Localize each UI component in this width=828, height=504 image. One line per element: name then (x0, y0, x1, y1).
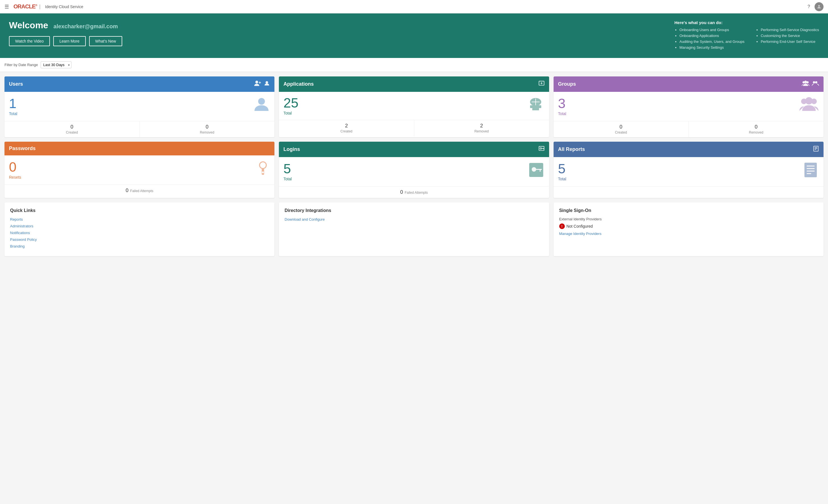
welcome-title: Welcome alexcharker@gmail.com (9, 20, 122, 31)
passwords-total-label: Resets (9, 175, 21, 180)
whats-new-button[interactable]: What's New (89, 36, 122, 46)
password-policy-link[interactable]: Password Policy (10, 237, 37, 242)
filter-label: Filter by Date Range (4, 63, 38, 67)
group-add-icon[interactable] (812, 80, 819, 88)
users-card[interactable]: Users (4, 77, 275, 137)
welcome-right: Here's what you can do: Onboarding Users… (674, 20, 819, 51)
svg-rect-37 (804, 163, 817, 177)
sso-panel: Single Sign-On External Identity Provide… (553, 202, 824, 256)
apps-count-area: 25 Total (283, 96, 298, 116)
svg-point-24 (262, 171, 264, 173)
svg-point-22 (259, 162, 266, 169)
administrators-link[interactable]: Administrators (10, 224, 33, 228)
banner-bullet: Auditing the System, Users, and Groups (679, 40, 744, 44)
passwords-card-title: Passwords (9, 146, 36, 151)
cards-grid: Users (0, 72, 828, 202)
banner-bullet: Performing End-User Self Service (761, 40, 819, 44)
help-button[interactable]: ? (808, 4, 810, 9)
reports-list-icon (813, 146, 819, 153)
notifications-link[interactable]: Notifications (10, 231, 30, 235)
learn-more-button[interactable]: Learn More (53, 36, 86, 46)
users-header-icons (254, 80, 270, 88)
date-range-filter[interactable]: Last 30 Days Last 7 Days Last 90 Days La… (41, 61, 72, 68)
manage-identity-providers-link[interactable]: Manage Identity Providers (559, 232, 602, 236)
groups-total-label: Total (558, 111, 567, 116)
svg-point-17 (813, 81, 815, 83)
apps-total-label: Total (283, 111, 298, 116)
download-configure-link[interactable]: Download and Configure (285, 217, 325, 222)
app-add-icon[interactable] (538, 80, 545, 88)
directory-integrations-panel: Directory Integrations Download and Conf… (279, 202, 549, 256)
oracle-logo-text: ORACLE® (13, 3, 37, 10)
svg-point-5 (258, 98, 265, 105)
users-large-icon (253, 96, 270, 117)
groups-large-icon (799, 96, 819, 117)
passwords-card[interactable]: Passwords 0 Resets 0 Failed Attempts (4, 142, 275, 198)
branding-link[interactable]: Branding (10, 244, 25, 248)
logins-count-area: 5 Total (283, 162, 292, 181)
list-item[interactable]: Password Policy (10, 237, 269, 242)
logins-card-body: 5 Total (279, 157, 549, 186)
group-icon[interactable] (802, 80, 810, 88)
groups-total-count: 3 (558, 97, 567, 110)
passwords-failed: 0 Failed Attempts (4, 185, 275, 196)
welcome-email: alexcharker@gmail.com (53, 23, 118, 30)
menu-icon[interactable]: ☰ (4, 4, 9, 10)
applications-card-body: 25 Total (279, 92, 549, 120)
svg-rect-11 (532, 108, 539, 110)
svg-point-16 (804, 81, 807, 83)
groups-card[interactable]: Groups (553, 77, 824, 137)
svg-point-26 (540, 147, 542, 149)
apps-created: 2 Created (279, 120, 414, 136)
reports-card-footer (553, 186, 824, 196)
reports-card[interactable]: All Reports 5 Total (553, 142, 824, 198)
banner-bullet: Performing Self-Service Diagnostics (761, 28, 819, 32)
logins-card-footer: 0 Failed Attempts (279, 186, 549, 198)
watch-video-button[interactable]: Watch the Video (9, 36, 50, 46)
logins-card-header: Logins (279, 142, 549, 157)
groups-created: 0 Created (553, 121, 689, 137)
reports-card-header: All Reports (553, 142, 824, 157)
app-name: Identity Cloud Service (45, 4, 83, 9)
apps-large-icon (527, 96, 545, 116)
reports-card-title: All Reports (558, 146, 585, 152)
sso-title: Single Sign-On (559, 208, 818, 213)
user-add-icon[interactable] (254, 80, 261, 88)
groups-card-body: 3 Total (553, 92, 824, 121)
reports-link[interactable]: Reports (10, 217, 23, 222)
date-range-select[interactable]: Last 30 Days Last 7 Days Last 90 Days La… (41, 61, 72, 68)
logins-card[interactable]: Logins 5 Total (279, 142, 549, 198)
welcome-banner: Welcome alexcharker@gmail.com Watch the … (0, 13, 828, 58)
applications-card-header: Applications (279, 77, 549, 92)
banner-bullet: Customizing the Service (761, 34, 819, 38)
groups-card-footer: 0 Created 0 Removed (553, 121, 824, 137)
passwords-card-body: 0 Resets (4, 155, 275, 185)
list-item[interactable]: Administrators (10, 224, 269, 228)
applications-card[interactable]: Applications 25 Total (279, 77, 549, 137)
sso-status: ! Not Configured (559, 223, 818, 229)
svg-point-18 (815, 81, 817, 83)
list-item[interactable]: Reports (10, 217, 269, 222)
directory-integrations-title: Directory Integrations (285, 208, 543, 213)
filter-bar: Filter by Date Range Last 30 Days Last 7… (0, 58, 828, 72)
svg-point-21 (805, 97, 813, 104)
groups-card-title: Groups (558, 81, 576, 87)
user-icon[interactable] (264, 80, 270, 88)
user-avatar[interactable] (815, 2, 824, 11)
welcome-col-right: Performing Self-Service Diagnostics Cust… (756, 28, 819, 51)
welcome-left: Welcome alexcharker@gmail.com Watch the … (9, 20, 122, 46)
passwords-large-icon (256, 160, 270, 180)
logins-card-title: Logins (283, 146, 300, 152)
users-total-count: 1 (9, 97, 17, 110)
quick-links-title: Quick Links (10, 208, 269, 213)
sso-provider-label: External Identity Providers (559, 217, 818, 221)
list-item[interactable]: Branding (10, 244, 269, 248)
passwords-total-count: 0 (9, 161, 21, 174)
logins-key-icon (538, 146, 545, 153)
list-item[interactable]: Notifications (10, 230, 269, 235)
groups-card-header: Groups (553, 77, 824, 92)
svg-point-1 (255, 81, 258, 83)
logins-total-label: Total (283, 177, 292, 181)
app-header: ☰ ORACLE® | Identity Cloud Service ? (0, 0, 828, 13)
banner-bullet: Onboarding Users and Groups (679, 28, 744, 32)
